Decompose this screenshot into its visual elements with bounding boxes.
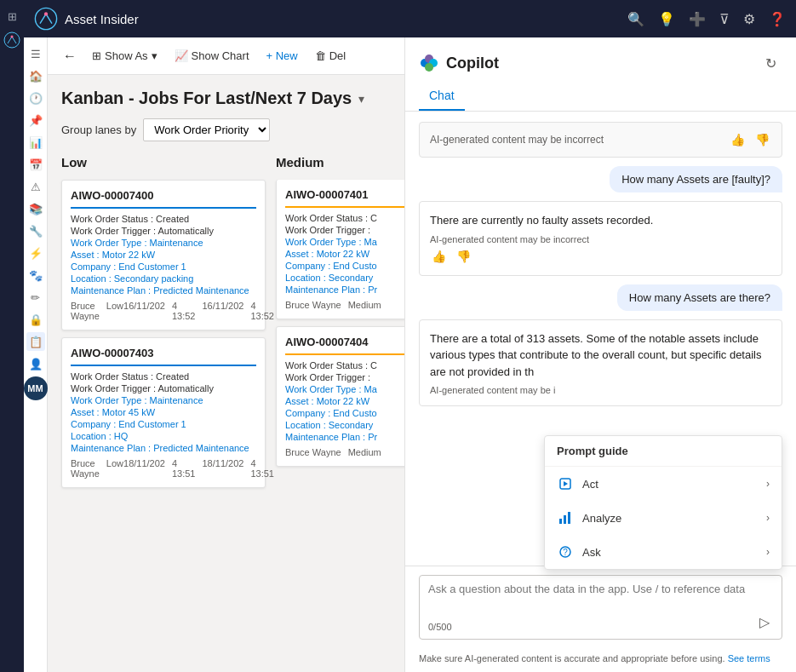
group-lanes-label: Group lanes by (61, 123, 136, 136)
footer-text: Make sure AI-generated content is accura… (419, 653, 728, 663)
kanban-card[interactable]: AIWO-00007404 Work Order Status : C Work… (276, 326, 404, 467)
content-area: ☰ 🏠 🕐 📌 📊 📅 ⚠ 📚 🔧 ⚡ 🐾 ✏ 🔒 📋 👤 MM ← ⊞ (24, 37, 796, 672)
show-as-button[interactable]: ⊞ Show As ▾ (85, 45, 164, 66)
nav-alert-icon[interactable]: ⚠ (26, 177, 45, 196)
act-chevron-icon: › (766, 478, 770, 490)
card-maintenance[interactable]: Maintenance Plan : Pr (285, 284, 404, 295)
page-content: ← ⊞ Show As ▾ 📈 Show Chart + New 🗑 Del (48, 37, 404, 672)
filter-icon[interactable]: ⊽ (719, 11, 730, 27)
tab-chat[interactable]: Chat (419, 82, 465, 111)
footer-link[interactable]: See terms (728, 653, 770, 663)
card-type[interactable]: Work Order Type : Ma (285, 384, 404, 394)
chat-input[interactable] (428, 583, 773, 617)
nav-calendar-icon[interactable]: 📅 (26, 155, 45, 174)
kanban-dropdown-icon[interactable]: ▾ (358, 92, 364, 106)
nav-home-icon[interactable]: 🏠 (26, 66, 45, 85)
card-maintenance[interactable]: Maintenance Plan : Pr (285, 432, 404, 442)
prompt-guide-act-left: Act (557, 475, 598, 492)
card-date1: 18/11/202 (123, 458, 165, 479)
card-asset[interactable]: Asset : Motor 22 kW (285, 396, 404, 406)
kanban-card[interactable]: AIWO-00007401 Work Order Status : C Work… (276, 180, 404, 319)
card-type[interactable]: Work Order Type : Maintenance (71, 395, 256, 405)
group-lanes-select[interactable]: Work Order Priority (143, 118, 270, 141)
card-asset[interactable]: Asset : Motor 45 kW (71, 407, 256, 417)
navbar-brand: Asset Insider (34, 7, 139, 31)
nav-menu-icon[interactable]: ☰ (26, 44, 45, 63)
card-company[interactable]: Company : End Custo (285, 408, 404, 418)
nav-lock-icon[interactable]: 🔒 (26, 310, 45, 329)
main-container: Asset Insider 🔍 💡 ➕ ⊽ ⚙ ❓ ☰ 🏠 🕐 📌 📊 📅 ⚠ … (24, 0, 796, 672)
nav-recent-icon[interactable]: 🕐 (26, 89, 45, 107)
card-location[interactable]: Location : Secondary (285, 273, 404, 283)
thumbs-up-button-1[interactable]: 👍 (729, 131, 747, 148)
prompt-guide-ask[interactable]: ? Ask › (545, 535, 782, 569)
nav-book-icon[interactable]: 📚 (26, 199, 45, 218)
copilot-brand: Copilot (419, 53, 499, 73)
card-asset[interactable]: Asset : Motor 22 kW (285, 249, 404, 259)
chat-input-counter: 0/500 (428, 622, 773, 632)
card-date1: 16/11/202 (123, 301, 165, 321)
card-id: AIWO-00007404 (285, 336, 404, 355)
kanban-card[interactable]: AIWO-00007400 Work Order Status : Create… (61, 180, 266, 330)
chat-user-message-1: How many Assets are [faulty]? (610, 166, 782, 192)
card-type[interactable]: Work Order Type : Maintenance (71, 238, 256, 248)
thumbs-up-button-2[interactable]: 👍 (430, 248, 448, 265)
prompt-guide-ask-left: ? Ask (557, 543, 601, 560)
card-maintenance[interactable]: Maintenance Plan : Predicted Maintenance (71, 443, 256, 453)
ai-notice-1: AI-generated content may be incorrect (430, 234, 771, 244)
card-company[interactable]: Company : End Custo (285, 261, 404, 271)
nav-list-icon[interactable]: 📋 (26, 332, 45, 351)
left-nav: ☰ 🏠 🕐 📌 📊 📅 ⚠ 📚 🔧 ⚡ 🐾 ✏ 🔒 📋 👤 MM (24, 37, 48, 672)
thumbs-down-button-2[interactable]: 👎 (455, 248, 472, 265)
card-priority: Low (106, 458, 123, 479)
card-location[interactable]: Location : HQ (71, 431, 256, 441)
card-status: Work Order Status : Created (71, 214, 256, 224)
sidebar-grid-icon[interactable]: ⊞ (3, 7, 21, 26)
copilot-refresh-button[interactable]: ↻ (759, 51, 782, 75)
back-button[interactable]: ← (58, 44, 82, 68)
chat-ai-message-1: There are currently no faulty assets rec… (419, 201, 782, 276)
nav-lightning-icon[interactable]: ⚡ (26, 244, 45, 262)
chat-user-message-2: How many Assets are there? (617, 284, 782, 311)
card-company[interactable]: Company : End Customer 1 (71, 419, 256, 429)
card-location[interactable]: Location : Secondary packing (71, 273, 256, 284)
svg-point-0 (4, 32, 20, 48)
prompt-guide-act[interactable]: Act › (545, 467, 782, 501)
ai-response-text-1: There are currently no faulty assets rec… (430, 212, 771, 229)
card-priority: Low (106, 301, 123, 321)
card-footer: Bruce Wayne Low 18/11/202 4 13:51 18/11/… (71, 458, 256, 479)
lightbulb-icon[interactable]: 💡 (658, 11, 675, 27)
card-footer: Bruce Wayne Medium (285, 300, 404, 310)
card-maintenance[interactable]: Maintenance Plan : Predicted Maintenance (71, 285, 256, 296)
kanban-card[interactable]: AIWO-00007403 Work Order Status : Create… (61, 337, 266, 488)
prompt-guide-analyze[interactable]: Analyze › (545, 501, 782, 535)
prompt-guide-overlay: Prompt guide Act › Analy (544, 435, 782, 570)
delete-button[interactable]: 🗑 Del (308, 45, 353, 66)
add-icon[interactable]: ➕ (689, 11, 706, 27)
nav-paw-icon[interactable]: 🐾 (26, 266, 45, 284)
nav-pin-icon[interactable]: 📌 (26, 111, 45, 129)
card-type[interactable]: Work Order Type : Ma (285, 237, 404, 247)
analyze-icon (557, 509, 574, 526)
new-button[interactable]: + New (260, 45, 305, 66)
card-time1: 4 13:52 (172, 301, 196, 321)
show-chart-button[interactable]: 📈 Show Chart (168, 45, 256, 66)
nav-chart-icon[interactable]: 📊 (26, 133, 45, 152)
card-location[interactable]: Location : Secondary (285, 420, 404, 430)
nav-edit-icon[interactable]: ✏ (26, 288, 45, 307)
toolbar: ← ⊞ Show As ▾ 📈 Show Chart + New 🗑 Del (48, 37, 404, 75)
column-header-medium: Medium (276, 152, 404, 173)
settings-icon[interactable]: ⚙ (743, 11, 755, 27)
copilot-title: Copilot (446, 55, 499, 72)
thumbs-down-button-1[interactable]: 👎 (753, 131, 771, 148)
send-button[interactable]: ▷ (754, 612, 775, 632)
card-company[interactable]: Company : End Customer 1 (71, 261, 256, 272)
nav-wrench-icon[interactable]: 🔧 (26, 221, 45, 240)
help-icon[interactable]: ❓ (769, 11, 786, 27)
chat-notice-text-1: AI-generated content may be incorrect (430, 134, 729, 146)
card-footer: Bruce Wayne Low 16/11/202 4 13:52 16/11/… (71, 301, 256, 321)
search-icon[interactable]: 🔍 (627, 11, 644, 27)
card-asset[interactable]: Asset : Motor 22 kW (71, 250, 256, 260)
nav-user-icon[interactable]: 👤 (26, 354, 45, 373)
user-avatar[interactable]: MM (24, 376, 48, 400)
